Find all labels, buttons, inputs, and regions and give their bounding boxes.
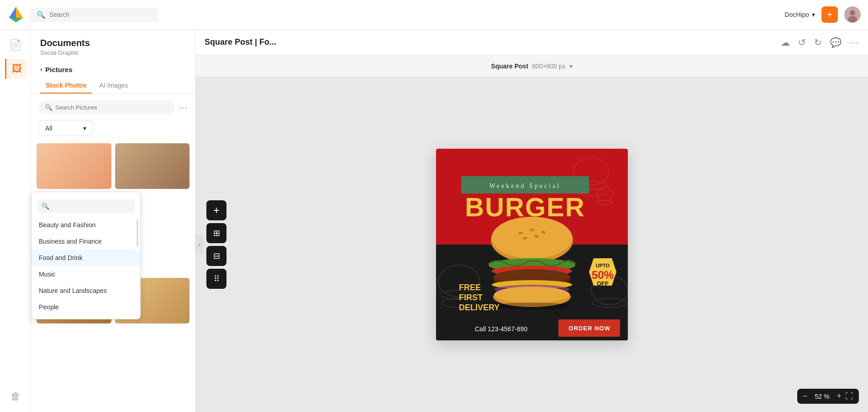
zoom-bar: − 52 % + ⛶: [797, 389, 859, 404]
panel-subtitle: Social Graphic: [40, 49, 186, 56]
svg-text:FREE: FREE: [459, 283, 481, 292]
panel-search-input[interactable]: [55, 104, 168, 111]
dropdown-search-box[interactable]: 🔍: [37, 199, 135, 213]
doc-header: Square Post | Fo... ☁ ↺ ↻ 💬 ⋯: [195, 30, 868, 55]
document-icon: 📄: [9, 39, 21, 51]
canvas-viewport: ‹ + ⊞ ⊟ ⠿: [195, 77, 868, 412]
dropdown-item-beauty[interactable]: Beauty and Fashion: [32, 217, 140, 233]
undo-icon[interactable]: ↺: [798, 37, 806, 48]
dropdown-item-food[interactable]: Food and Drink: [32, 250, 140, 266]
doc-actions: ☁ ↺ ↻ 💬 ⋯: [781, 37, 859, 48]
grid-icon: ⊟: [213, 251, 220, 261]
zoom-in-button[interactable]: +: [836, 391, 842, 401]
svg-text:Call 123-4567-890: Call 123-4567-890: [475, 325, 527, 333]
svg-point-2: [850, 10, 855, 16]
panel-header: Documents Social Graphic: [31, 30, 195, 60]
fullscreen-button[interactable]: ⛶: [845, 391, 853, 401]
dropdown-item-people[interactable]: People: [32, 299, 140, 315]
list-item[interactable]: [37, 143, 111, 189]
search-icon: 🔍: [37, 10, 46, 19]
dropdown-item-business[interactable]: Business and Finance: [32, 233, 140, 250]
tab-stock-photos[interactable]: Stock Photos: [40, 78, 92, 94]
comment-icon[interactable]: 💬: [830, 37, 842, 48]
svg-point-3: [848, 16, 857, 22]
trash-icon: 🗑: [11, 391, 21, 402]
back-link[interactable]: ‹ Pictures: [31, 60, 195, 73]
dropdown-search-input[interactable]: [52, 203, 130, 210]
scrollbar[interactable]: [137, 219, 138, 247]
sidebar-item-pictures[interactable]: 🖼: [5, 59, 27, 79]
panel-search-row: 🔍 ···: [31, 94, 195, 119]
svg-text:50%: 50%: [591, 269, 613, 281]
svg-point-33: [494, 287, 570, 303]
design-canvas[interactable]: Weekend Special BURGER: [436, 149, 628, 340]
back-arrow-icon: ‹: [40, 65, 42, 73]
search-icon: 🔍: [42, 203, 49, 210]
app-logo[interactable]: [7, 5, 25, 24]
user-menu[interactable]: DocHipo ▾: [784, 11, 815, 18]
user-name: DocHipo: [784, 11, 809, 18]
canvas-format-label: Square Post: [491, 63, 528, 70]
qr-button[interactable]: ⠿: [206, 269, 226, 289]
zoom-level: 52 %: [811, 393, 833, 400]
add-element-button[interactable]: +: [206, 200, 226, 220]
canvas-area: Square Post | Fo... ☁ ↺ ↻ 💬 ⋯ Square Pos…: [195, 30, 868, 412]
filter-row: All ▾: [31, 119, 195, 140]
sidebar-item-documents[interactable]: 📄: [5, 35, 26, 55]
qr-icon: ⠿: [214, 274, 220, 284]
canvas-toolbar: + ⊞ ⊟ ⠿: [206, 200, 226, 289]
doc-title: Square Post | Fo...: [205, 37, 775, 47]
tabs-row: Stock Photos AI Images: [31, 73, 195, 94]
chevron-down-icon: ▾: [812, 11, 815, 18]
svg-text:FIRST: FIRST: [459, 293, 483, 302]
list-item[interactable]: [115, 143, 190, 189]
redo-icon[interactable]: ↻: [814, 37, 822, 48]
dropdown-item-nature[interactable]: Nature and Landscapes: [32, 282, 140, 299]
tab-ai-images[interactable]: AI Images: [94, 78, 133, 94]
icon-sidebar: 📄 🖼 🗑: [0, 30, 31, 412]
copy-icon: ⊞: [213, 228, 220, 238]
topbar: 🔍 DocHipo ▾ +: [0, 0, 868, 30]
canvas-subheader: Square Post 800×800 px ▾: [195, 55, 868, 77]
category-dropdown: 🔍 Beauty and Fashion Business and Financ…: [31, 192, 141, 319]
svg-text:Weekend Special: Weekend Special: [489, 183, 560, 189]
topbar-search-input[interactable]: [49, 11, 141, 18]
search-icon: 🔍: [45, 104, 53, 111]
canvas-dimensions: 800×800 px: [532, 63, 566, 70]
panel-search-box[interactable]: 🔍: [38, 100, 175, 114]
svg-point-22: [530, 229, 534, 231]
pictures-icon: 🖼: [12, 63, 22, 75]
collapse-panel-handle[interactable]: ‹: [195, 235, 204, 255]
add-new-button[interactable]: +: [821, 6, 838, 23]
dropdown-list: Beauty and Fashion Business and Finance …: [32, 217, 140, 315]
topbar-search-box[interactable]: 🔍: [30, 8, 158, 22]
svg-point-20: [492, 217, 572, 259]
topbar-right: DocHipo ▾ +: [784, 6, 861, 23]
svg-point-34: [495, 302, 568, 310]
chevron-down-icon[interactable]: ▾: [569, 63, 573, 70]
svg-text:DELIVERY: DELIVERY: [459, 303, 500, 312]
chevron-down-icon: ▾: [83, 125, 86, 132]
back-label: Pictures: [45, 66, 72, 73]
svg-text:OFF: OFF: [597, 280, 609, 287]
filter-value: All: [45, 125, 53, 132]
svg-text:ORDER NOW: ORDER NOW: [568, 325, 610, 332]
avatar[interactable]: [844, 6, 861, 23]
more-options-icon[interactable]: ···: [179, 102, 188, 113]
svg-text:UPTO: UPTO: [595, 263, 610, 268]
filter-select[interactable]: All ▾: [38, 120, 93, 136]
zoom-out-button[interactable]: −: [803, 391, 808, 401]
grid-button[interactable]: ⊟: [206, 246, 226, 266]
copy-button[interactable]: ⊞: [206, 223, 226, 243]
more-icon[interactable]: ⋯: [850, 37, 859, 48]
dropdown-item-music[interactable]: Music: [32, 266, 140, 282]
sidebar-item-trash[interactable]: 🗑: [5, 386, 26, 407]
panel-title: Documents: [40, 38, 186, 48]
save-to-cloud-icon[interactable]: ☁: [781, 37, 790, 48]
